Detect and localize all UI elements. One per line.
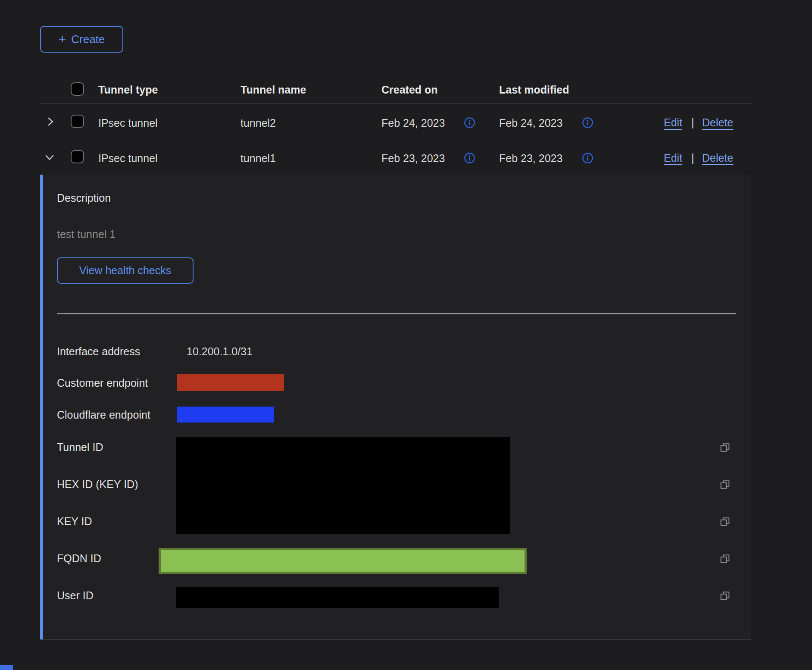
copy-fqdn-id-button[interactable]	[716, 550, 734, 567]
tunnel-id-label: Tunnel ID	[57, 441, 103, 454]
view-health-checks-button[interactable]: View health checks	[57, 257, 194, 284]
column-header-tunnel-type: Tunnel type	[98, 83, 158, 96]
info-icon[interactable]	[464, 117, 475, 128]
expanded-row-accent-border	[40, 175, 43, 639]
info-icon[interactable]	[582, 152, 593, 164]
header-divider	[40, 103, 751, 104]
link-separator: |	[691, 152, 694, 164]
plus-icon: +	[59, 33, 66, 46]
copy-tunnel-id-button[interactable]	[716, 439, 734, 456]
copy-key-id-button[interactable]	[716, 513, 734, 530]
row-checkbox[interactable]	[71, 115, 84, 128]
create-button[interactable]: + Create	[40, 26, 123, 53]
created-on-cell: Feb 24, 2023	[381, 116, 445, 129]
copy-icon	[719, 516, 731, 528]
user-id-redacted-value	[176, 587, 499, 608]
tunnel-id-hex-key-redacted-values	[176, 437, 510, 534]
column-header-tunnel-name: Tunnel name	[240, 83, 306, 96]
cloudflare-endpoint-redacted-value	[177, 407, 274, 423]
delete-link[interactable]: Delete	[702, 152, 733, 164]
select-all-checkbox[interactable]	[71, 82, 84, 96]
cloudflare-endpoint-label: Cloudflare endpoint	[57, 409, 150, 421]
edit-link[interactable]: Edit	[664, 152, 682, 164]
last-modified-cell: Feb 23, 2023	[499, 152, 562, 165]
section-divider	[57, 313, 736, 314]
row-divider	[40, 639, 751, 640]
created-on-cell: Feb 23, 2023	[381, 152, 445, 165]
row-divider	[40, 139, 751, 139]
tunnel-type-cell: IPsec tunnel	[98, 116, 158, 129]
chevron-down-icon[interactable]	[43, 151, 56, 164]
description-value: test tunnel 1	[57, 228, 116, 241]
column-header-created-on: Created on	[381, 83, 438, 96]
copy-icon	[719, 441, 731, 454]
copy-user-id-button[interactable]	[716, 587, 734, 604]
last-modified-cell: Feb 24, 2023	[499, 116, 562, 129]
corner-accent	[0, 665, 13, 670]
create-button-label: Create	[71, 33, 105, 46]
interface-address-value: 10.200.1.0/31	[187, 345, 253, 358]
description-label: Description	[57, 192, 111, 204]
copy-icon	[719, 590, 731, 602]
fqdn-id-label: FQDN ID	[57, 552, 101, 565]
copy-icon	[719, 479, 731, 491]
column-header-last-modified: Last modified	[499, 83, 569, 96]
tunnel-name-cell: tunnel1	[240, 152, 276, 165]
interface-address-label: Interface address	[57, 345, 140, 358]
hex-id-label: HEX ID (KEY ID)	[57, 478, 138, 491]
info-icon[interactable]	[464, 152, 475, 164]
tunnel-type-cell: IPsec tunnel	[98, 152, 158, 165]
copy-hex-id-button[interactable]	[716, 476, 734, 493]
customer-endpoint-label: Customer endpoint	[57, 377, 148, 389]
row-checkbox[interactable]	[71, 150, 84, 163]
tunnel-name-cell: tunnel2	[240, 116, 276, 129]
tunnels-page: + Create Tunnel type Tunnel name Created…	[0, 0, 812, 670]
key-id-label: KEY ID	[57, 515, 92, 528]
edit-link[interactable]: Edit	[664, 116, 682, 129]
link-separator: |	[691, 116, 694, 129]
info-icon[interactable]	[582, 117, 593, 128]
chevron-right-icon[interactable]	[44, 115, 57, 128]
fqdn-id-redacted-value	[159, 548, 527, 574]
user-id-label: User ID	[57, 589, 94, 602]
customer-endpoint-redacted-value	[177, 374, 284, 391]
delete-link[interactable]: Delete	[702, 116, 733, 129]
copy-icon	[719, 553, 731, 565]
